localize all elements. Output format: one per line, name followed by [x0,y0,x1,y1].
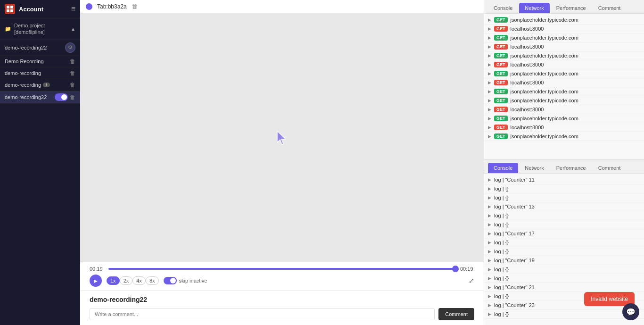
console-item[interactable]: ▶log | {} [484,238,644,247]
sidebar-recording-r2[interactable]: Demo Recording🗑 [0,56,80,67]
expand-arrow-icon: ▶ [488,80,491,85]
tab-performance-top[interactable]: Performance [551,3,592,13]
expand-arrow-icon: ▶ [488,107,491,112]
tab-comment-bot[interactable]: Comment [593,163,627,173]
speed-1x-button[interactable]: 1x [107,276,120,285]
network-url: localhost:8000 [511,125,544,130]
network-url: jsonplaceholder.typicode.com [511,35,578,41]
hamburger-icon[interactable]: ≡ [71,5,75,13]
recording-label-r1: demo-recording22 [5,45,47,50]
console-item[interactable]: ▶log | {} [484,193,644,202]
sidebar-recording-r4[interactable]: demo-recording1🗑 [0,79,80,91]
console-item[interactable]: ▶log | "Counter" 17 [484,229,644,238]
expand-arrow-icon: ▶ [488,44,491,49]
network-item[interactable]: ▶GETlocalhost:8000 [484,60,644,69]
network-item[interactable]: ▶GETjsonplaceholder.typicode.com [484,96,644,105]
recording-label-r2: Demo Recording [5,58,44,64]
progress-row: 00:19 00:19 [90,266,474,272]
tab-comment-top[interactable]: Comment [593,3,627,13]
network-url: jsonplaceholder.typicode.com [511,53,578,58]
network-url: localhost:8000 [511,44,544,50]
network-url: localhost:8000 [511,80,544,85]
network-item[interactable]: ▶GETlocalhost:8000 [484,42,644,51]
trash-icon-r3[interactable]: 🗑 [70,70,75,76]
sidebar-recording-r3[interactable]: demo-recording🗑 [0,67,80,79]
method-badge: GET [494,80,508,85]
tab-network-top[interactable]: Network [519,3,549,13]
expand-arrow-icon: ▶ [488,276,491,281]
console-item[interactable]: ▶log | {} [484,310,644,319]
sidebar-recording-r5[interactable]: demo-recording22🗑 [0,91,80,104]
expand-arrow-icon: ▶ [488,53,491,58]
expand-arrow-icon: ▶ [488,303,491,308]
console-text: log | "Counter" 21 [494,284,535,290]
network-item[interactable]: ▶GETjsonplaceholder.typicode.com [484,69,644,78]
comment-input[interactable] [90,308,435,320]
network-item[interactable]: ▶GETjsonplaceholder.typicode.com [484,33,644,42]
sidebar-project[interactable]: 📁 Demo project [demoflipline] ▲ [0,18,80,40]
network-item[interactable]: ▶GETlocalhost:8000 [484,78,644,87]
svg-rect-1 [10,6,13,8]
console-item[interactable]: ▶log | {} [484,247,644,256]
chat-icon: 💬 [626,308,636,317]
method-badge: GET [494,53,508,58]
console-text: log | "Counter" 19 [494,258,535,263]
network-item[interactable]: ▶GETjsonplaceholder.typicode.com [484,114,644,123]
console-text: log | "Counter" 13 [494,204,535,209]
trash-icon-r4[interactable]: 🗑 [70,82,75,88]
network-item[interactable]: ▶GETlocalhost:8000 [484,25,644,33]
network-item[interactable]: ▶GETlocalhost:8000 [484,123,644,132]
time-start: 00:19 [90,266,104,272]
recording-label-r3: demo-recording [5,70,41,76]
tab-console-bot[interactable]: Console [488,163,518,173]
tab-console-top[interactable]: Console [488,3,518,13]
console-item[interactable]: ▶log | {} [484,265,644,274]
network-item[interactable]: ▶GETjsonplaceholder.typicode.com [484,16,644,25]
console-item[interactable]: ▶log | "Counter" 13 [484,202,644,211]
trash-icon-r5[interactable]: 🗑 [70,94,75,100]
sidebar-recordings: demo-recording22⚙Demo Recording🗑demo-rec… [0,40,80,104]
console-text: log | {} [494,249,509,254]
speed-2x-button[interactable]: 2x [120,276,133,285]
console-item[interactable]: ▶log | {} [484,184,644,193]
skip-inactive-toggle[interactable] [164,277,177,284]
collapse-icon[interactable]: ▲ [71,26,75,32]
console-item[interactable]: ▶log | {} [484,220,644,229]
progress-bar[interactable] [108,268,455,270]
tab-label[interactable]: Tab:bb3a2a [97,3,127,10]
project-label: Demo project [demoflipline] [14,22,45,36]
speed-8x-button[interactable]: 8x [146,276,159,285]
network-item[interactable]: ▶GETlocalhost:8000 [484,105,644,114]
console-item[interactable]: ▶log | {} [484,211,644,220]
network-item[interactable]: ▶GETjsonplaceholder.typicode.com [484,51,644,60]
network-url: jsonplaceholder.typicode.com [511,17,578,23]
gear-icon-r1[interactable]: ⚙ [65,42,75,53]
comment-button[interactable]: Comment [438,308,474,320]
console-item[interactable]: ▶log | {} [484,274,644,283]
folder-icon: 📁 [5,26,11,32]
chat-bubble[interactable]: 💬 [622,303,639,320]
console-item[interactable]: ▶log | "Counter" 21 [484,283,644,292]
sidebar-recording-r1[interactable]: demo-recording22⚙ [0,40,80,56]
network-item[interactable]: ▶GETjsonplaceholder.typicode.com [484,132,644,141]
fullscreen-button[interactable]: ⤢ [469,277,474,284]
right-panel: ConsoleNetworkPerformanceComment ▶GETjso… [484,0,644,325]
tab-network-bot[interactable]: Network [519,163,549,173]
tab-close-icon[interactable]: 🗑 [132,3,138,10]
expand-arrow-icon: ▶ [488,240,491,245]
expand-arrow-icon: ▶ [488,26,491,31]
method-badge: GET [494,26,508,32]
method-badge: GET [494,89,508,94]
console-item[interactable]: ▶log | "Counter" 19 [484,256,644,265]
network-item[interactable]: ▶GETjsonplaceholder.typicode.com [484,87,644,96]
console-item[interactable]: ▶log | "Counter" 11 [484,175,644,184]
sidebar-logo [5,4,15,14]
svg-rect-2 [7,9,9,12]
expand-arrow-icon: ▶ [488,89,491,94]
tab-performance-bot[interactable]: Performance [551,163,592,173]
speed-4x-button[interactable]: 4x [132,276,146,285]
play-button[interactable]: ▶ [90,275,102,287]
trash-icon-r2[interactable]: 🗑 [70,58,75,65]
network-url: jsonplaceholder.typicode.com [511,116,578,121]
toggle-r5[interactable] [55,93,68,101]
